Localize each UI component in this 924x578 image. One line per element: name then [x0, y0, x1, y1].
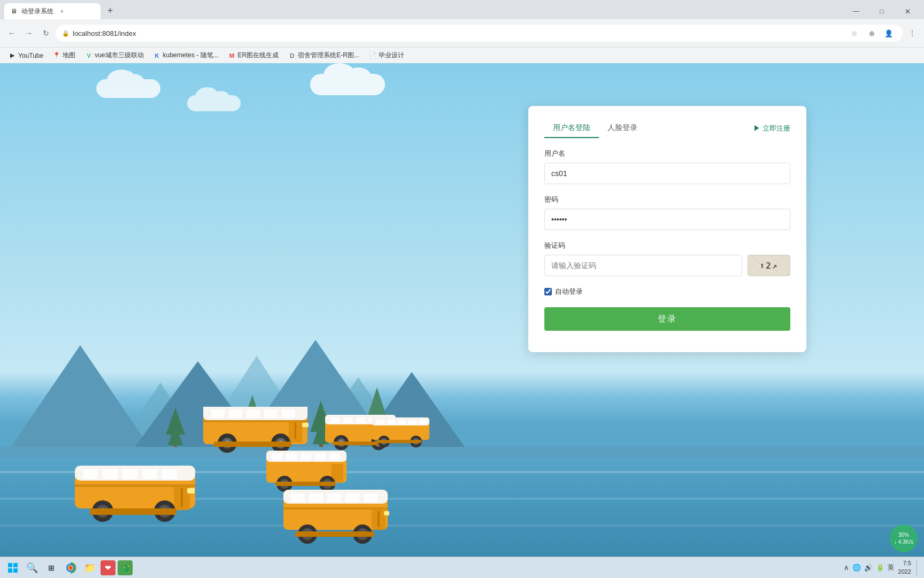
- svg-rect-84: [345, 493, 359, 503]
- settings-button[interactable]: ⋮: [905, 26, 920, 41]
- tray-chevron[interactable]: ∧: [844, 564, 849, 572]
- register-link[interactable]: ▶ 立即注册: [753, 124, 790, 133]
- browser-taskbar-icon[interactable]: [62, 559, 79, 576]
- svg-rect-10: [203, 420, 307, 422]
- svg-rect-55: [75, 484, 195, 487]
- username-input[interactable]: [544, 163, 790, 184]
- login-header: 用户名登陆 人脸登录 ▶ 立即注册: [544, 119, 790, 138]
- taskbar-right: ∧ 🌐 🔊 🔋 英 7:5 2022: [844, 559, 920, 576]
- battery-tray-icon[interactable]: 🔋: [876, 564, 884, 572]
- svg-rect-66: [272, 453, 282, 460]
- network-tray-icon[interactable]: 🌐: [852, 564, 861, 572]
- cloud-3: [310, 74, 385, 95]
- svg-rect-45: [378, 440, 421, 443]
- er-favicon: M: [228, 52, 236, 59]
- svg-rect-100: [13, 568, 18, 573]
- bookmark-icon[interactable]: ☆: [847, 26, 862, 41]
- app-icon-green[interactable]: 🐉: [118, 560, 133, 575]
- start-button[interactable]: [4, 559, 21, 576]
- svg-rect-54: [181, 488, 183, 507]
- bookmark-thesis-label: 毕业设计: [379, 51, 404, 60]
- minimize-button[interactable]: —: [844, 3, 868, 19]
- vue-favicon: V: [85, 52, 93, 59]
- maximize-button[interactable]: □: [869, 3, 894, 19]
- svg-rect-98: [13, 563, 18, 567]
- close-window-button[interactable]: ✕: [895, 3, 920, 19]
- bookmark-youtube[interactable]: ▶ YouTube: [4, 50, 48, 61]
- dorm-favicon: D: [288, 52, 296, 59]
- tab-username-login[interactable]: 用户名登陆: [544, 119, 599, 138]
- main-content: 用户名登陆 人脸登录 ▶ 立即注册 用户名 密码 验证码 ⬆2↗ 自动登录: [0, 63, 924, 578]
- map-favicon: 📍: [53, 52, 60, 59]
- svg-rect-69: [315, 453, 326, 460]
- svg-rect-3: [211, 409, 225, 418]
- login-tabs: 用户名登陆 人脸登录: [544, 119, 646, 138]
- back-button[interactable]: ←: [4, 26, 19, 41]
- svg-rect-96: [295, 531, 374, 537]
- bookmark-vue[interactable]: V vue城市三级联动: [81, 49, 148, 62]
- svg-rect-97: [8, 563, 12, 567]
- bookmark-k8s[interactable]: K kubernetes - 随笔...: [149, 49, 223, 62]
- bookmark-dorm[interactable]: D 宿舍管理系统E-R图...: [284, 49, 364, 62]
- svg-rect-70: [329, 453, 340, 460]
- password-input[interactable]: [544, 209, 790, 230]
- bookmark-vue-label: vue城市三级联动: [95, 51, 143, 60]
- bookmark-thesis[interactable]: 📄 毕业设计: [365, 49, 409, 62]
- svg-rect-38: [398, 420, 406, 424]
- login-button[interactable]: 登录: [544, 307, 790, 331]
- svg-rect-48: [83, 469, 98, 479]
- captcha-image[interactable]: ⬆2↗: [748, 255, 790, 276]
- captcha-code-text: ⬆2↗: [760, 261, 779, 271]
- profile-icon[interactable]: 👤: [881, 26, 896, 41]
- tab-favicon: 🖥: [11, 7, 17, 15]
- svg-rect-83: [327, 493, 341, 503]
- extension-icon[interactable]: ⊕: [864, 26, 879, 41]
- active-tab[interactable]: 🖥 动登录系统 ×: [4, 3, 101, 19]
- svg-rect-11: [302, 423, 309, 427]
- tab-close-button[interactable]: ×: [58, 7, 66, 16]
- search-taskbar-button[interactable]: 🔍: [24, 559, 41, 576]
- system-clock[interactable]: 7:5 2022: [898, 559, 911, 576]
- bookmark-map[interactable]: 📍 地图: [49, 49, 80, 62]
- speed-percent: 30%: [898, 531, 909, 538]
- ime-indicator[interactable]: 英: [888, 563, 894, 572]
- captcha-input[interactable]: [544, 255, 742, 276]
- taskbar: 🔍 ⊞ 📁 ❤ 🐉 ∧ 🌐 🔊 🔋 英 7:5 2022: [0, 557, 924, 578]
- taskview-button[interactable]: ⊞: [43, 559, 60, 576]
- url-text: localhost:8081/index: [73, 29, 136, 37]
- svg-rect-36: [376, 420, 384, 424]
- bookmark-er[interactable]: M ER图在线生成: [224, 49, 283, 62]
- auto-login-row: 自动登录: [544, 287, 790, 296]
- svg-rect-51: [142, 469, 157, 479]
- url-action-icons: ☆ ⊕ 👤: [847, 26, 896, 41]
- url-bar[interactable]: 🔒 localhost:8081/index ☆ ⊕ 👤: [56, 25, 903, 42]
- captcha-row: ⬆2↗: [544, 255, 790, 276]
- svg-rect-22: [343, 417, 353, 423]
- svg-rect-85: [364, 493, 378, 503]
- cloud-2: [187, 95, 241, 111]
- svg-rect-50: [122, 469, 137, 479]
- svg-rect-81: [291, 493, 305, 503]
- clock-date: 2022: [898, 568, 911, 576]
- svg-rect-89: [384, 511, 389, 515]
- forward-button[interactable]: →: [21, 26, 36, 41]
- refresh-button[interactable]: ↻: [38, 26, 53, 41]
- cloud-1: [96, 79, 160, 98]
- svg-rect-52: [162, 469, 177, 479]
- auto-login-checkbox[interactable]: [544, 288, 552, 295]
- svg-rect-88: [283, 507, 388, 509]
- show-desktop-button[interactable]: [917, 560, 920, 575]
- lock-icon: 🔒: [62, 30, 70, 37]
- password-label: 密码: [544, 195, 790, 204]
- bookmarks-bar: ▶ YouTube 📍 地图 V vue城市三级联动 K kubernetes …: [0, 47, 924, 63]
- speed-value: ↓ 4.3K/s: [894, 538, 913, 545]
- tab-face-login[interactable]: 人脸登录: [599, 119, 646, 138]
- sound-tray-icon[interactable]: 🔊: [864, 564, 873, 572]
- app-icon-red[interactable]: ❤: [101, 560, 116, 575]
- bus-small-1: [369, 409, 433, 450]
- new-tab-button[interactable]: +: [103, 3, 118, 18]
- file-manager-icon[interactable]: 📁: [81, 559, 98, 576]
- svg-rect-40: [419, 420, 427, 424]
- svg-rect-87: [378, 511, 380, 527]
- svg-rect-82: [309, 493, 323, 503]
